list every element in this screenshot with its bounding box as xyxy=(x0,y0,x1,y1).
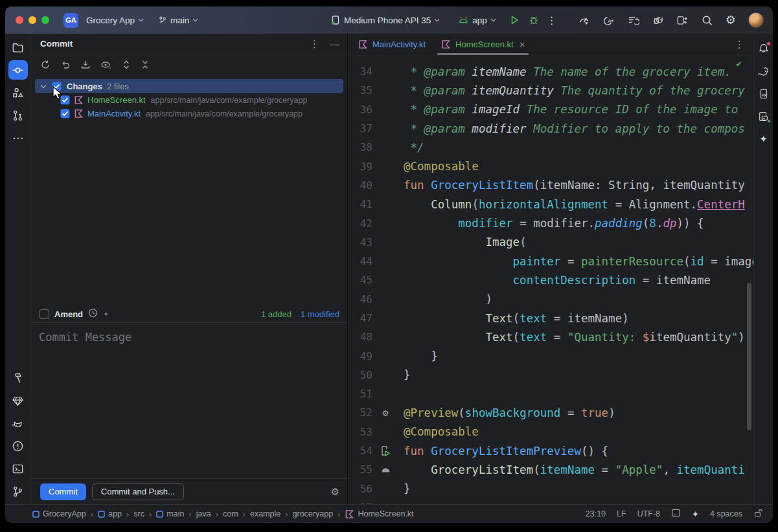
amend-checkbox[interactable] xyxy=(40,309,49,319)
code-text[interactable]: * @param itemName The name of the grocer… xyxy=(393,65,731,78)
apply-code-changes-button[interactable]: A xyxy=(602,14,615,27)
code-text[interactable]: fun GroceryListItemPreview() { xyxy=(393,445,608,458)
more-toolwindows-button[interactable]: ⋯ xyxy=(8,128,28,148)
show-diff-preview-button[interactable] xyxy=(100,60,112,70)
gemini-spark-button[interactable]: ✦ xyxy=(755,131,772,148)
breadcrumb-item[interactable]: app xyxy=(98,509,122,518)
preview-settings-gear-icon[interactable]: ⚙ xyxy=(382,407,388,419)
close-tab-icon[interactable]: × xyxy=(520,39,525,50)
build-toolwindow-button[interactable] xyxy=(8,368,28,388)
code-text[interactable]: Text(text = "Quantity: $itemQuantity") xyxy=(393,331,745,344)
ai-status-spark-icon[interactable]: ✦ xyxy=(692,509,699,519)
reader-mode-icon[interactable] xyxy=(671,508,681,520)
code-text[interactable]: } xyxy=(393,482,411,495)
breadcrumb-item[interactable]: example xyxy=(250,509,280,518)
refresh-changes-button[interactable] xyxy=(40,60,51,70)
breadcrumb-item[interactable]: groceryapp xyxy=(293,509,334,518)
code-text[interactable]: GroceryListItem(itemName = "Apple", item… xyxy=(393,463,745,476)
changed-file-row[interactable]: MainActivity.ktapp/src/main/java/com/exa… xyxy=(31,107,347,120)
inspections-ok-icon[interactable]: ✔ xyxy=(737,58,742,69)
code-text[interactable]: } xyxy=(393,368,411,381)
shelve-silently-button[interactable] xyxy=(80,60,91,70)
user-avatar[interactable] xyxy=(748,12,764,28)
logcat-toolwindow-button[interactable] xyxy=(8,414,28,433)
indent-setting[interactable]: 4 spaces xyxy=(710,509,742,518)
problems-toolwindow-button[interactable] xyxy=(8,436,28,456)
running-devices-toolwindow-button[interactable] xyxy=(755,85,772,102)
compose-preview-icon[interactable] xyxy=(381,467,391,473)
attach-debugger-button[interactable] xyxy=(652,14,664,27)
changed-file-row[interactable]: HomeScreen.ktapp/src/main/java/com/examp… xyxy=(31,93,347,107)
notifications-button[interactable] xyxy=(755,40,772,57)
zoom-window-button[interactable] xyxy=(41,16,49,24)
changes-group-row[interactable]: Changes 2 files xyxy=(35,79,343,93)
breadcrumb-item[interactable]: HomeScreen.kt xyxy=(345,509,413,519)
code-editor[interactable]: 34 * @param itemName The name of the gro… xyxy=(348,56,753,504)
more-actions-button[interactable]: ⋮ xyxy=(544,12,560,28)
commit-history-icon[interactable] xyxy=(88,308,98,320)
run-preview-icon[interactable] xyxy=(380,445,391,456)
rollback-button[interactable] xyxy=(60,60,71,70)
breadcrumb-item[interactable]: com xyxy=(223,509,238,518)
commit-settings-gear-icon[interactable]: ⚙ xyxy=(331,486,339,498)
commit-message-input[interactable]: Commit Message xyxy=(31,322,347,479)
write-access-unlock-icon[interactable] xyxy=(753,508,762,520)
structure-toolwindow-button[interactable] xyxy=(8,83,28,102)
branch-selector[interactable]: main xyxy=(155,14,201,27)
code-text[interactable]: * @param modifier Modifier to apply to t… xyxy=(393,122,745,135)
pull-requests-toolwindow-button[interactable] xyxy=(8,105,28,125)
breadcrumb-item[interactable]: src xyxy=(133,509,144,518)
tree-expand-chevron-icon[interactable] xyxy=(40,84,47,89)
device-mirroring-button[interactable] xyxy=(676,14,689,27)
line-ending[interactable]: LF xyxy=(617,509,626,518)
debug-button[interactable] xyxy=(526,13,542,27)
code-text[interactable]: * @param itemQuantity The quantity of th… xyxy=(393,84,745,97)
gradle-toolwindow-button[interactable] xyxy=(755,63,772,80)
project-selector[interactable]: Grocery App xyxy=(84,14,146,27)
code-text[interactable]: modifier = modifier.padding(8.dp)) { xyxy=(393,217,704,230)
caret-position[interactable]: 23:10 xyxy=(586,509,606,518)
file-encoding[interactable]: UTF-8 xyxy=(637,509,660,518)
commit-options-kebab-icon[interactable]: ⋮ xyxy=(310,38,319,50)
settings-gear-icon[interactable]: ⚙ xyxy=(726,13,736,27)
code-text[interactable]: */ xyxy=(393,141,424,154)
terminal-toolwindow-button[interactable] xyxy=(8,459,28,478)
code-text[interactable]: @Composable xyxy=(393,160,479,173)
minimize-window-button[interactable] xyxy=(29,16,36,24)
code-text[interactable]: fun GroceryListItem(itemName: String, it… xyxy=(393,179,745,192)
code-text[interactable]: Image( xyxy=(393,236,527,249)
search-everywhere-button[interactable] xyxy=(701,14,713,27)
editor-tab[interactable]: HomeScreen.kt× xyxy=(433,34,532,55)
code-text[interactable]: } xyxy=(393,349,438,362)
project-toolwindow-button[interactable] xyxy=(8,38,28,57)
expand-all-button[interactable] xyxy=(122,60,131,70)
build-analyzer-button[interactable] xyxy=(627,14,639,27)
collapse-all-button[interactable] xyxy=(141,60,150,70)
added-count[interactable]: 1 added xyxy=(261,309,292,319)
editor-vertical-scrollbar[interactable] xyxy=(747,283,751,430)
commit-and-push-button[interactable]: Commit and Push... xyxy=(92,483,184,500)
editor-tab[interactable]: MainActivity.kt xyxy=(350,34,433,55)
code-text[interactable]: @Composable xyxy=(393,425,479,438)
modified-count[interactable]: 1 modified xyxy=(301,309,339,319)
editor-tab-options-kebab-icon[interactable]: ⋮ xyxy=(735,39,744,50)
code-text[interactable]: @Preview(showBackground = true) xyxy=(393,406,615,419)
gemini-toolwindow-button[interactable] xyxy=(8,391,28,410)
commit-button[interactable]: Commit xyxy=(40,483,86,500)
device-manager-toolwindow-button[interactable] xyxy=(755,108,772,125)
device-selector[interactable]: Medium Phone API 35 xyxy=(328,13,442,27)
code-text[interactable]: ) xyxy=(393,293,492,305)
code-text[interactable]: Text(text = itemName) xyxy=(393,312,629,325)
breadcrumb-item[interactable]: main xyxy=(156,509,184,518)
file-checkbox[interactable] xyxy=(60,109,70,118)
run-button[interactable] xyxy=(507,13,522,27)
breadcrumb-item[interactable]: java xyxy=(196,509,211,518)
code-text[interactable]: Column(horizontalAlignment = Alignment.C… xyxy=(393,198,745,211)
hide-toolwindow-button[interactable]: — xyxy=(330,38,339,49)
code-text[interactable]: contentDescription = itemName xyxy=(393,274,711,287)
profiler-button[interactable] xyxy=(578,14,590,27)
run-configuration-selector[interactable]: app xyxy=(455,14,499,27)
code-text[interactable]: * @param imageId The resource ID of the … xyxy=(393,103,738,116)
breadcrumb-item[interactable]: GroceryApp xyxy=(32,509,86,518)
code-text[interactable]: painter = painterResource(id = imageId xyxy=(393,255,753,268)
